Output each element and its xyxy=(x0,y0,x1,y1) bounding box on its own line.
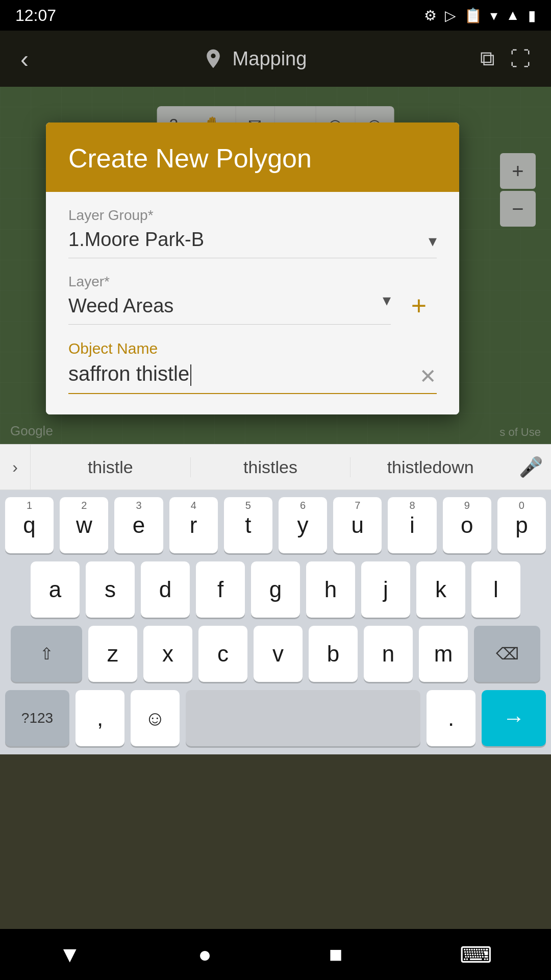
backspace-key[interactable]: ⌫ xyxy=(474,626,540,682)
key-o[interactable]: 9o xyxy=(443,497,491,553)
shift-key[interactable]: ⇧ xyxy=(11,626,82,682)
key-t[interactable]: 5t xyxy=(224,497,272,553)
nav-back-button[interactable]: ▼ xyxy=(59,942,81,967)
period-key[interactable]: . xyxy=(427,690,475,746)
dialog-title: Create New Polygon xyxy=(68,143,437,174)
space-key[interactable] xyxy=(186,690,420,746)
status-icons: ⚙ ▷ 📋 ▾ ▲ ▮ xyxy=(424,7,536,24)
key-q[interactable]: 1q xyxy=(5,497,54,553)
status-time: 12:07 xyxy=(15,6,56,25)
wifi-icon: ▾ xyxy=(490,7,497,24)
key-c[interactable]: c xyxy=(198,626,247,682)
layers-icon[interactable]: ⧉ xyxy=(480,47,495,70)
dialog-header: Create New Polygon xyxy=(46,122,459,192)
key-p[interactable]: 0p xyxy=(497,497,546,553)
autocomplete-suggestion-1[interactable]: thistles xyxy=(191,457,351,477)
key-u[interactable]: 7u xyxy=(333,497,382,553)
key-d[interactable]: d xyxy=(141,561,190,618)
battery-icon: ▮ xyxy=(528,7,536,24)
signal-icon: ▲ xyxy=(506,7,520,23)
object-name-value: saffron thistle xyxy=(68,362,191,385)
settings-icon: ⚙ xyxy=(424,7,437,24)
key-i[interactable]: 8i xyxy=(388,497,436,553)
layer-dropdown-wrap[interactable]: Weed Areas ▾ xyxy=(68,295,391,317)
play-icon: ▷ xyxy=(445,7,456,24)
layer-label: Layer* xyxy=(68,274,391,290)
location-icon xyxy=(202,47,224,70)
autocomplete-expand-button[interactable]: › xyxy=(0,444,31,490)
back-button[interactable]: ‹ xyxy=(20,45,29,73)
layer-value: Weed Areas xyxy=(68,295,173,316)
nav-home-button[interactable]: ● xyxy=(198,942,212,967)
layer-field: Layer* Weed Areas ▾ xyxy=(68,274,391,325)
app-title-group: Mapping xyxy=(202,47,307,70)
keyboard-row-2: a s d f g h j k l xyxy=(5,561,546,618)
app-title: Mapping xyxy=(233,48,307,70)
key-n[interactable]: n xyxy=(364,626,413,682)
layer-group-label: Layer Group* xyxy=(68,207,437,224)
key-m[interactable]: m xyxy=(419,626,468,682)
enter-key[interactable]: → xyxy=(482,690,546,746)
autocomplete-suggestions: thistle thistles thistledown xyxy=(31,457,510,477)
symbols-key[interactable]: ?123 xyxy=(5,690,69,746)
keyboard: 1q 2w 3e 4r 5t 6y 7u 8i 9o 0p a s d f g … xyxy=(0,490,551,754)
key-f[interactable]: f xyxy=(196,561,245,618)
keyboard-row-4: ?123 , ☺ . → xyxy=(5,690,546,746)
emoji-key[interactable]: ☺ xyxy=(131,690,180,746)
navigation-bar: ▼ ● ■ ⌨ xyxy=(0,929,551,980)
key-l[interactable]: l xyxy=(471,561,520,618)
layer-group-arrow-icon: ▾ xyxy=(429,231,437,251)
autocomplete-bar: › thistle thistles thistledown 🎤 xyxy=(0,444,551,490)
key-v[interactable]: v xyxy=(254,626,303,682)
key-e[interactable]: 3e xyxy=(114,497,163,553)
keyboard-row-1: 1q 2w 3e 4r 5t 6y 7u 8i 9o 0p xyxy=(5,497,546,553)
key-y[interactable]: 6y xyxy=(279,497,327,553)
key-j[interactable]: j xyxy=(361,561,410,618)
clipboard-icon: 📋 xyxy=(464,7,482,24)
key-z[interactable]: z xyxy=(88,626,137,682)
microphone-button[interactable]: 🎤 xyxy=(510,444,551,490)
nav-recent-button[interactable]: ■ xyxy=(329,942,343,967)
layer-row: Layer* Weed Areas ▾ + xyxy=(68,274,437,325)
layer-arrow-icon: ▾ xyxy=(383,290,391,310)
create-polygon-dialog: Create New Polygon Layer Group* 1.Moore … xyxy=(46,122,459,414)
crop-icon[interactable]: ⛶ xyxy=(510,47,531,70)
key-s[interactable]: s xyxy=(86,561,135,618)
key-w[interactable]: 2w xyxy=(60,497,108,553)
autocomplete-suggestion-0[interactable]: thistle xyxy=(31,457,191,477)
status-bar: 12:07 ⚙ ▷ 📋 ▾ ▲ ▮ xyxy=(0,0,551,31)
app-bar-actions: ⧉ ⛶ xyxy=(480,47,531,70)
key-g[interactable]: g xyxy=(251,561,300,618)
object-name-label: Object Name xyxy=(68,340,437,357)
layer-group-value: 1.Moore Park-B xyxy=(68,229,204,250)
nav-keyboard-button[interactable]: ⌨ xyxy=(460,942,492,968)
text-cursor xyxy=(190,364,191,386)
layer-group-dropdown[interactable]: 1.Moore Park-B ▾ xyxy=(68,229,437,258)
clear-object-name-button[interactable]: ✕ xyxy=(419,364,437,388)
key-r[interactable]: 4r xyxy=(169,497,218,553)
comma-key[interactable]: , xyxy=(76,690,124,746)
app-bar: ‹ Mapping ⧉ ⛶ xyxy=(0,31,551,87)
key-h[interactable]: h xyxy=(306,561,355,618)
autocomplete-suggestion-2[interactable]: thistledown xyxy=(350,457,510,477)
object-name-field[interactable]: saffron thistle ✕ xyxy=(68,362,437,394)
key-k[interactable]: k xyxy=(416,561,465,618)
dialog-body: Layer Group* 1.Moore Park-B ▾ Layer* Wee… xyxy=(46,192,459,414)
key-b[interactable]: b xyxy=(309,626,358,682)
key-a[interactable]: a xyxy=(31,561,80,618)
add-layer-button[interactable]: + xyxy=(401,288,437,324)
keyboard-row-3: ⇧ z x c v b n m ⌫ xyxy=(5,626,546,682)
key-x[interactable]: x xyxy=(143,626,192,682)
